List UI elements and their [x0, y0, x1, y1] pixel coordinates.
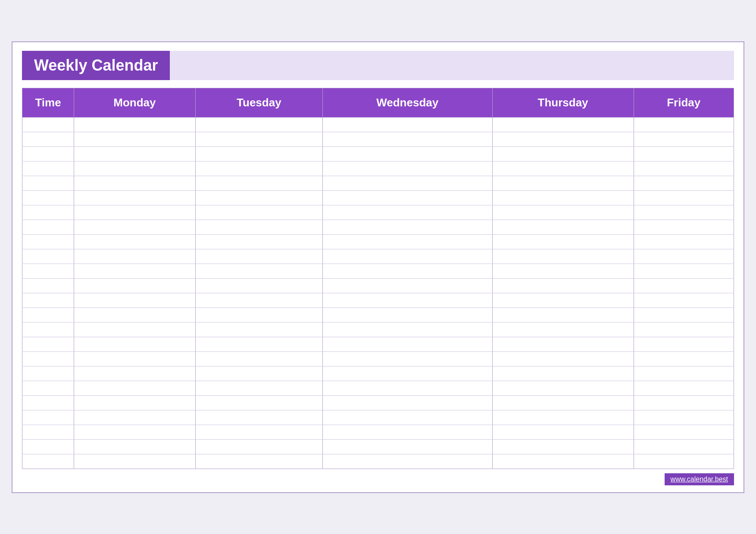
table-cell[interactable] — [195, 117, 322, 132]
table-row[interactable] — [22, 293, 734, 307]
table-cell[interactable] — [322, 322, 492, 337]
table-cell[interactable] — [22, 381, 74, 395]
table-cell[interactable] — [634, 307, 734, 322]
table-cell[interactable] — [492, 425, 634, 439]
table-cell[interactable] — [195, 176, 322, 190]
table-cell[interactable] — [195, 410, 322, 425]
table-cell[interactable] — [74, 278, 196, 293]
table-cell[interactable] — [195, 293, 322, 307]
table-cell[interactable] — [492, 205, 634, 220]
table-cell[interactable] — [492, 410, 634, 425]
table-cell[interactable] — [492, 351, 634, 366]
table-cell[interactable] — [22, 264, 74, 278]
table-cell[interactable] — [195, 366, 322, 381]
table-cell[interactable] — [492, 337, 634, 351]
table-cell[interactable] — [195, 454, 322, 469]
table-cell[interactable] — [492, 381, 634, 395]
table-cell[interactable] — [634, 293, 734, 307]
table-cell[interactable] — [322, 117, 492, 132]
table-cell[interactable] — [492, 439, 634, 454]
table-cell[interactable] — [492, 366, 634, 381]
table-row[interactable] — [22, 234, 734, 249]
table-cell[interactable] — [74, 395, 196, 410]
table-cell[interactable] — [492, 176, 634, 190]
table-cell[interactable] — [195, 439, 322, 454]
table-cell[interactable] — [322, 351, 492, 366]
table-cell[interactable] — [492, 395, 634, 410]
table-cell[interactable] — [74, 264, 196, 278]
table-cell[interactable] — [22, 176, 74, 190]
table-cell[interactable] — [22, 351, 74, 366]
table-cell[interactable] — [195, 425, 322, 439]
table-cell[interactable] — [492, 234, 634, 249]
table-cell[interactable] — [22, 205, 74, 220]
table-cell[interactable] — [634, 117, 734, 132]
table-cell[interactable] — [195, 234, 322, 249]
table-cell[interactable] — [195, 307, 322, 322]
table-row[interactable] — [22, 220, 734, 234]
table-cell[interactable] — [322, 176, 492, 190]
table-cell[interactable] — [22, 220, 74, 234]
table-cell[interactable] — [634, 410, 734, 425]
table-cell[interactable] — [195, 395, 322, 410]
table-cell[interactable] — [634, 351, 734, 366]
table-cell[interactable] — [195, 264, 322, 278]
table-cell[interactable] — [74, 366, 196, 381]
table-cell[interactable] — [634, 220, 734, 234]
table-cell[interactable] — [195, 146, 322, 161]
table-row[interactable] — [22, 425, 734, 439]
table-cell[interactable] — [634, 146, 734, 161]
table-cell[interactable] — [492, 220, 634, 234]
table-cell[interactable] — [322, 132, 492, 146]
table-cell[interactable] — [322, 366, 492, 381]
table-cell[interactable] — [634, 176, 734, 190]
table-cell[interactable] — [634, 278, 734, 293]
table-cell[interactable] — [22, 425, 74, 439]
table-cell[interactable] — [195, 351, 322, 366]
table-cell[interactable] — [492, 264, 634, 278]
table-cell[interactable] — [195, 161, 322, 176]
table-cell[interactable] — [22, 337, 74, 351]
table-cell[interactable] — [634, 337, 734, 351]
table-cell[interactable] — [322, 381, 492, 395]
table-cell[interactable] — [74, 117, 196, 132]
table-cell[interactable] — [322, 425, 492, 439]
table-cell[interactable] — [322, 307, 492, 322]
table-cell[interactable] — [22, 190, 74, 205]
table-cell[interactable] — [22, 454, 74, 469]
table-row[interactable] — [22, 205, 734, 220]
table-cell[interactable] — [74, 425, 196, 439]
table-cell[interactable] — [492, 293, 634, 307]
table-cell[interactable] — [74, 322, 196, 337]
table-cell[interactable] — [634, 439, 734, 454]
table-cell[interactable] — [22, 366, 74, 381]
table-cell[interactable] — [74, 293, 196, 307]
table-row[interactable] — [22, 132, 734, 146]
table-cell[interactable] — [74, 176, 196, 190]
table-cell[interactable] — [322, 264, 492, 278]
table-cell[interactable] — [492, 132, 634, 146]
table-cell[interactable] — [492, 307, 634, 322]
table-cell[interactable] — [322, 161, 492, 176]
table-cell[interactable] — [634, 234, 734, 249]
table-cell[interactable] — [74, 337, 196, 351]
table-cell[interactable] — [492, 322, 634, 337]
table-cell[interactable] — [22, 117, 74, 132]
table-cell[interactable] — [492, 190, 634, 205]
table-cell[interactable] — [492, 454, 634, 469]
table-cell[interactable] — [74, 220, 196, 234]
table-cell[interactable] — [492, 249, 634, 264]
table-row[interactable] — [22, 117, 734, 132]
table-cell[interactable] — [322, 278, 492, 293]
table-cell[interactable] — [634, 366, 734, 381]
table-cell[interactable] — [195, 132, 322, 146]
table-cell[interactable] — [322, 410, 492, 425]
table-cell[interactable] — [74, 454, 196, 469]
table-cell[interactable] — [322, 337, 492, 351]
table-cell[interactable] — [74, 381, 196, 395]
table-cell[interactable] — [22, 322, 74, 337]
table-cell[interactable] — [74, 161, 196, 176]
table-cell[interactable] — [195, 249, 322, 264]
table-row[interactable] — [22, 264, 734, 278]
table-row[interactable] — [22, 351, 734, 366]
